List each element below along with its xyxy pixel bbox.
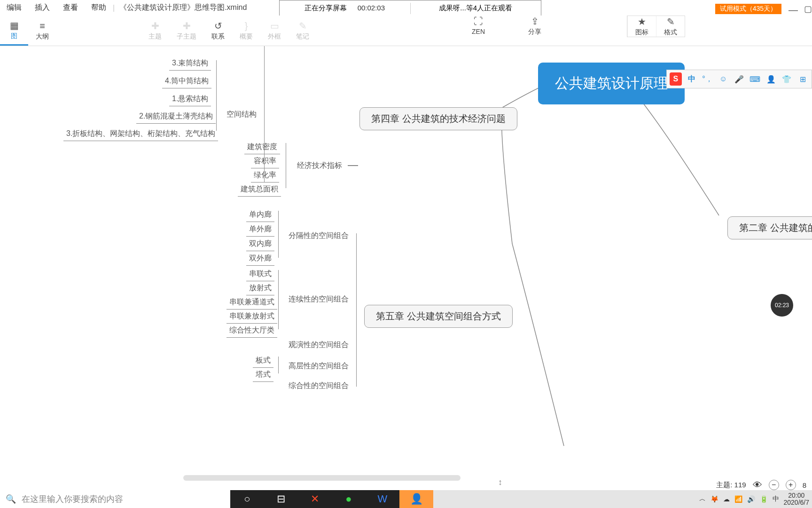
document-filename: 《公共建筑设计原理》思维导图.xmind — [115, 3, 247, 13]
taskbar-search[interactable]: 🔍 在这里输入你要搜索的内容 — [0, 490, 230, 508]
taskview-icon[interactable]: ⊟ — [264, 490, 298, 508]
leaf-l5[interactable]: 综合性大厅类 — [226, 324, 277, 338]
leaf-e1[interactable]: 建筑密度 — [244, 140, 280, 154]
btn-topic[interactable]: ✚主题 — [141, 16, 169, 46]
ime-keyboard-icon[interactable]: ⌨ — [749, 72, 761, 86]
zen-icon: ⛶ — [472, 16, 485, 27]
chapter-2-node[interactable]: 第二章 公共建筑的功 — [727, 216, 812, 239]
tray-wifi-icon[interactable]: 📶 — [734, 495, 742, 503]
leaf-c4[interactable]: 双外廊 — [246, 252, 274, 266]
ime-toolbar[interactable]: S 中 °， ☺ 🎤 ⌨ 👤 👕 ⊞ — [666, 70, 812, 88]
ime-skin-icon[interactable]: 👕 — [781, 72, 793, 86]
trial-badge[interactable]: 试用模式（435天） — [715, 4, 781, 14]
menu-edit[interactable]: 编辑 — [0, 3, 28, 13]
btn-share[interactable]: ⇪分享 — [521, 16, 549, 36]
screen-share-bar: 正在分享屏幕 00:02:03 成果呀...等4人正在观看 — [279, 0, 541, 16]
toolbar-right-panel: ★图标 ✎格式 — [627, 16, 685, 37]
search-icon: 🔍 — [6, 494, 16, 504]
tray-lang[interactable]: 中 — [773, 495, 779, 503]
taskbar-icons: ○ ⊟ ✕ ● W 👤 — [230, 490, 433, 508]
tab-outline[interactable]: ≡大纲 — [28, 16, 56, 46]
map-icon: ▦ — [8, 20, 21, 31]
leaf-s4[interactable]: 2.钢筋混凝土薄壳结构 — [136, 110, 216, 124]
tray-volume-icon[interactable]: 🔊 — [747, 495, 755, 503]
app-xmind-icon[interactable]: ✕ — [298, 490, 332, 508]
ime-logo-icon[interactable]: S — [670, 72, 682, 86]
mindmap-canvas[interactable]: 公共建筑设计原理 第四章 公共建筑的技术经济问题 第五章 公共建筑空间组合方式 … — [0, 46, 812, 480]
root-node[interactable]: 公共建筑设计原理 — [538, 63, 685, 104]
horizontal-scrollbar[interactable] — [183, 475, 461, 481]
eye-icon[interactable]: 👁 — [753, 480, 762, 491]
leaf-s5[interactable]: 3.折板结构、网架结构、桁架结构、充气结构 — [63, 127, 218, 141]
window-minimize-icon[interactable]: — — [789, 5, 798, 16]
leaf-e3[interactable]: 绿化率 — [251, 168, 279, 183]
video-timestamp-bubble[interactable]: 02:23 — [771, 294, 793, 317]
label-comp[interactable]: 综合性的空间组合 — [289, 381, 349, 391]
zoom-out-button[interactable]: − — [769, 480, 779, 490]
topic-count: 主题: 119 — [716, 481, 746, 490]
leaf-s3[interactable]: 1.悬索结构 — [169, 92, 211, 106]
leaf-s1[interactable]: 3.束筒结构 — [169, 56, 211, 71]
leaf-h2[interactable]: 塔式 — [253, 368, 273, 382]
btn-summary[interactable]: }概要 — [232, 16, 260, 46]
search-placeholder: 在这里输入你要搜索的内容 — [22, 493, 123, 505]
app-wps-icon[interactable]: W — [366, 490, 399, 508]
tray-onedrive-icon[interactable]: ☁ — [723, 495, 730, 503]
tray-battery-icon[interactable]: 🦊 — [710, 495, 718, 503]
menu-view[interactable]: 查看 — [56, 3, 85, 13]
leaf-h1[interactable]: 板式 — [253, 354, 273, 368]
btn-note[interactable]: ✎笔记 — [289, 16, 317, 46]
leaf-c1[interactable]: 单内廊 — [246, 208, 274, 222]
menu-insert[interactable]: 插入 — [28, 3, 56, 13]
btn-format[interactable]: ✎格式 — [656, 16, 685, 37]
leaf-s2[interactable]: 4.筒中筒结构 — [162, 74, 211, 88]
chapter-4-node[interactable]: 第四章 公共建筑的技术经济问题 — [359, 107, 517, 130]
leaf-l2[interactable]: 放射式 — [246, 281, 274, 295]
taskbar-clock[interactable]: 20:00 2020/6/7 — [784, 492, 810, 507]
btn-relation[interactable]: ↺联系 — [204, 16, 232, 46]
system-tray: ︿ 🦊 ☁ 📶 🔊 🔋 中 20:00 2020/6/7 — [699, 492, 812, 507]
ime-mic-icon[interactable]: 🎤 — [733, 72, 745, 86]
brush-icon: ✎ — [664, 16, 677, 27]
tray-chevron-icon[interactable]: ︿ — [699, 495, 706, 503]
tab-map[interactable]: ▦图 — [0, 16, 28, 46]
leaf-l4[interactable]: 串联兼放射式 — [226, 310, 277, 324]
menu-help[interactable]: 帮助 — [85, 3, 113, 13]
btn-subtopic[interactable]: ✚子主题 — [169, 16, 204, 46]
ime-user-icon[interactable]: 👤 — [765, 72, 777, 86]
viewers-label[interactable]: 成果呀...等4人正在观看 — [411, 4, 541, 13]
share-icon: ⇪ — [528, 16, 541, 27]
leaf-e4[interactable]: 建筑总面积 — [238, 183, 281, 197]
label-econ-index[interactable]: 经济技术指标 — [297, 161, 342, 171]
btn-boundary[interactable]: ▭外框 — [260, 16, 289, 46]
ime-punct-icon[interactable]: °， — [702, 72, 714, 86]
btn-icon[interactable]: ★图标 — [627, 16, 656, 37]
share-timer: 00:02:03 — [358, 4, 385, 12]
leaf-l3[interactable]: 串联兼通道式 — [226, 295, 277, 310]
outline-icon: ≡ — [36, 20, 49, 32]
ime-emoji-icon[interactable]: ☺ — [717, 72, 729, 86]
leaf-c3[interactable]: 双内廊 — [246, 237, 274, 251]
chapter-5-node[interactable]: 第五章 公共建筑空间组合方式 — [364, 305, 513, 328]
btn-zen[interactable]: ⛶ZEN — [464, 16, 492, 35]
zoom-in-button[interactable]: + — [786, 480, 796, 490]
app-wechat-icon[interactable]: ● — [332, 490, 366, 508]
ime-lang-icon[interactable]: 中 — [686, 72, 698, 86]
ime-tool-icon[interactable]: ⊞ — [796, 72, 809, 86]
label-view[interactable]: 观演性的空间组合 — [289, 340, 349, 350]
leaf-l1[interactable]: 串联式 — [246, 267, 274, 281]
label-sep[interactable]: 分隔性的空间组合 — [289, 231, 349, 241]
window-maximize-icon[interactable]: ▢ — [804, 4, 812, 14]
label-space-structure[interactable]: 空间结构 — [226, 110, 257, 119]
leaf-e2[interactable]: 容积率 — [251, 154, 279, 168]
leaf-c2[interactable]: 单外廊 — [246, 222, 274, 237]
resize-cursor-icon: ↕ — [498, 477, 502, 487]
label-high[interactable]: 高层性的空间组合 — [289, 361, 349, 371]
label-cont[interactable]: 连续性的空间组合 — [289, 294, 349, 304]
zoom-level: 8 — [803, 481, 806, 489]
app-meeting-icon[interactable]: 👤 — [399, 490, 433, 508]
tray-power-icon[interactable]: 🔋 — [760, 495, 768, 503]
plus-icon: ✚ — [148, 20, 162, 32]
star-icon: ★ — [635, 16, 648, 27]
cortana-icon[interactable]: ○ — [230, 490, 264, 508]
